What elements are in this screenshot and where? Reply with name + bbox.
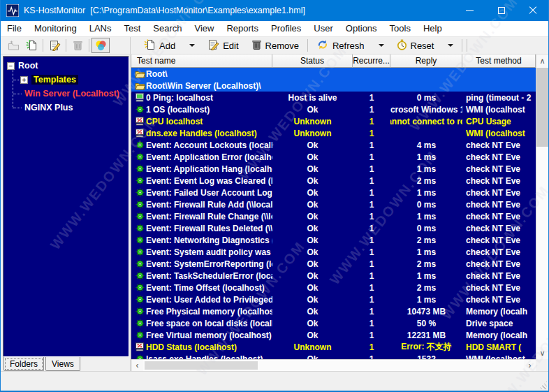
- test-row[interactable]: Event: Event Log was Cleared (loc...Ok12…: [131, 175, 536, 187]
- test-row[interactable]: Event: Account Lockouts (localhost)Ok14 …: [131, 139, 536, 151]
- dropdown-caret-icon[interactable]: [448, 44, 453, 47]
- left-panel: −Root+TemplatesWin Server (Localhost)NGI…: [1, 55, 131, 371]
- test-row[interactable]: Event: System audit policy was ch...Ok11…: [131, 246, 536, 258]
- menu-options[interactable]: Options: [339, 21, 383, 36]
- test-ok-icon: [133, 283, 146, 292]
- menu-reports[interactable]: Reports: [220, 21, 265, 36]
- remove-button[interactable]: Remove: [245, 38, 305, 54]
- tab-folders[interactable]: Folders: [3, 357, 44, 371]
- menu-user[interactable]: User: [307, 21, 339, 36]
- menu-help[interactable]: Help: [417, 21, 448, 36]
- menu-test[interactable]: Test: [117, 21, 147, 36]
- test-row[interactable]: Event: TaskSchedulerError (localh...Ok11…: [131, 270, 536, 282]
- horizontal-scroll-thumb[interactable]: [145, 361, 258, 370]
- refresh-icon: [316, 39, 329, 52]
- scroll-up-icon[interactable]: [536, 55, 548, 68]
- test-row[interactable]: Event: Firewall Rules Deleted (\\lo...Ok…: [131, 222, 536, 234]
- menu-lans[interactable]: LANs: [83, 21, 118, 36]
- folder-row[interactable]: Root\Win Server (Localhost)\: [131, 80, 536, 92]
- menu-monitoring[interactable]: Monitoring: [28, 21, 83, 36]
- tree-item-nginx-plus[interactable]: NGINX Plus: [3, 101, 129, 115]
- test-status: Ok: [272, 200, 353, 210]
- test-row[interactable]: Event: Failed User Account Login (...Ok1…: [131, 187, 536, 198]
- test-row[interactable]: Event: Firewall Rule Add (\\localho...Ok…: [131, 198, 536, 210]
- reset-button[interactable]: Reset: [390, 38, 460, 54]
- test-reply: 1 ms: [390, 212, 462, 222]
- menu-tools[interactable]: Tools: [383, 21, 417, 36]
- menu-search[interactable]: Search: [147, 21, 188, 36]
- menu-view[interactable]: View: [189, 21, 221, 36]
- horizontal-scrollbar[interactable]: [131, 359, 536, 371]
- tab-views[interactable]: Views: [45, 357, 80, 371]
- test-row[interactable]: Event: Networking Diagnostics (loc...Ok1…: [131, 234, 536, 246]
- collapse-icon[interactable]: −: [7, 62, 15, 70]
- new-folder-icon[interactable]: [4, 38, 22, 53]
- test-recurrences: 1: [353, 188, 390, 198]
- test-row[interactable]: lsass.exe Handles (localhost)Ok11532WMI …: [131, 353, 536, 359]
- test-recurrences: 1: [353, 342, 390, 352]
- new-test-icon[interactable]: [22, 38, 41, 53]
- maximize-button[interactable]: [485, 0, 517, 21]
- menu-file[interactable]: File: [1, 21, 28, 36]
- close-button[interactable]: [517, 0, 548, 21]
- column-header-name[interactable]: Test name: [131, 55, 272, 68]
- test-panel: Test nameStatusRecurre...ReplyTest metho…: [131, 55, 548, 371]
- test-ok-icon: [133, 295, 146, 304]
- column-header-status[interactable]: Status: [272, 55, 353, 68]
- app-window: KS-HostMonitor [C:\ProgramData\HostMonit…: [0, 0, 549, 392]
- dropdown-caret-icon[interactable]: [189, 44, 195, 47]
- test-row[interactable]: Event: User Added to Privileged Gr...Ok1…: [131, 293, 536, 305]
- test-row[interactable]: 0 Ping: localhostHost is alive10 msping …: [131, 92, 536, 103]
- expand-icon[interactable]: +: [20, 76, 28, 84]
- test-row[interactable]: CPU localhostUnknown1Cannot connect to r…: [131, 115, 536, 127]
- tree-item-win-server-localhost-[interactable]: Win Server (Localhost): [3, 87, 129, 101]
- vertical-scrollbar[interactable]: [536, 55, 548, 359]
- window-controls: [454, 0, 548, 21]
- refresh-button[interactable]: Refresh: [310, 38, 390, 54]
- test-reply: Error: 不支持: [390, 341, 462, 353]
- test-row[interactable]: Event: Application Error (localhost)Ok11…: [131, 151, 536, 163]
- column-header-method[interactable]: Test method: [462, 55, 536, 68]
- test-row[interactable]: HDD Status (localhost)Unknown1Error: 不支持…: [131, 341, 536, 353]
- edit-button[interactable]: Edit: [201, 38, 244, 54]
- test-name: dns.exe Handles (localhost): [146, 129, 257, 138]
- color-palette-icon[interactable]: [92, 38, 110, 53]
- edit-test-icon[interactable]: [45, 38, 64, 53]
- scroll-down-icon[interactable]: [536, 347, 548, 359]
- test-status: Ok: [272, 105, 353, 115]
- dropdown-caret-icon[interactable]: [379, 44, 384, 47]
- folder-path: Root\: [146, 69, 168, 79]
- test-row[interactable]: Event: Application Hang (localhost)Ok11 …: [131, 163, 536, 175]
- tree-item-root[interactable]: −Root: [3, 59, 129, 73]
- test-row[interactable]: Event: Time Offset (localhost)Ok12 msche…: [131, 282, 536, 293]
- test-reply: 1 ms: [390, 271, 462, 281]
- minimize-button[interactable]: [454, 0, 485, 21]
- tree-item-templates[interactable]: +Templates: [3, 73, 129, 87]
- horizontal-scroll-track[interactable]: [143, 360, 524, 371]
- column-header-reply[interactable]: Reply: [390, 55, 462, 68]
- test-reply: 1 ms: [390, 188, 462, 198]
- test-row[interactable]: Free Physical memory (localhost)Ok110473…: [131, 305, 536, 317]
- tree-item-label: Win Server (Localhost): [24, 89, 119, 99]
- vertical-scroll-track[interactable]: [536, 68, 548, 347]
- test-row[interactable]: Event: SystemErrorReporting (local...Ok1…: [131, 258, 536, 270]
- menu-profiles[interactable]: Profiles: [265, 21, 307, 36]
- test-row[interactable]: Free Virtual memory (localhost)Ok112231 …: [131, 329, 536, 341]
- vertical-scroll-thumb[interactable]: [536, 68, 548, 147]
- scroll-right-icon[interactable]: [524, 360, 536, 371]
- test-row[interactable]: Event: Firewall Rule Change (\\loc...Ok1…: [131, 210, 536, 222]
- scroll-left-icon[interactable]: [131, 360, 143, 371]
- test-row[interactable]: dns.exe Handles (localhost)Unknown1WMI (…: [131, 127, 536, 139]
- folder-row[interactable]: Root\: [131, 68, 536, 80]
- test-method: CPU Usage: [462, 117, 536, 126]
- window-title: KS-HostMonitor [C:\ProgramData\HostMonit…: [24, 6, 305, 15]
- test-reply: 2 ms: [390, 283, 462, 293]
- test-row[interactable]: 1 OS (localhost)Ok1Microsoft Windows 1..…: [131, 103, 536, 115]
- test-ok-icon: [133, 105, 146, 114]
- test-row[interactable]: Free space on local disks (localhost)Ok1…: [131, 317, 536, 329]
- column-header-recur[interactable]: Recurre...: [353, 55, 390, 68]
- add-button[interactable]: Add: [138, 38, 201, 54]
- delete-test-icon[interactable]: [68, 38, 87, 53]
- test-ok-icon: [133, 164, 146, 173]
- test-recurrences: 1: [353, 200, 390, 210]
